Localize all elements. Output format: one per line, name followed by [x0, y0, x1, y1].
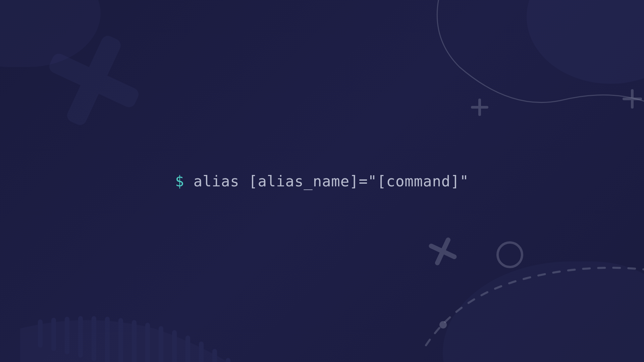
blob-shape [443, 261, 644, 362]
hatching-pattern [20, 228, 255, 362]
command-text: alias [alias_name]="[command]" [184, 173, 469, 190]
svg-line-5 [431, 246, 454, 257]
blob-shape [0, 0, 101, 67]
prompt-symbol: $ [175, 173, 184, 190]
dashed-curve [392, 211, 644, 362]
plus-icon [421, 229, 465, 274]
curve-line [376, 0, 644, 151]
dot-icon [439, 321, 447, 328]
terminal-command: $ alias [alias_name]="[command]" [175, 173, 469, 190]
blob-shape [527, 0, 644, 84]
svg-line-4 [437, 240, 448, 263]
circle-icon [496, 241, 523, 268]
plus-icon [621, 87, 644, 111]
plus-icon [47, 34, 141, 127]
plus-icon [470, 97, 490, 117]
